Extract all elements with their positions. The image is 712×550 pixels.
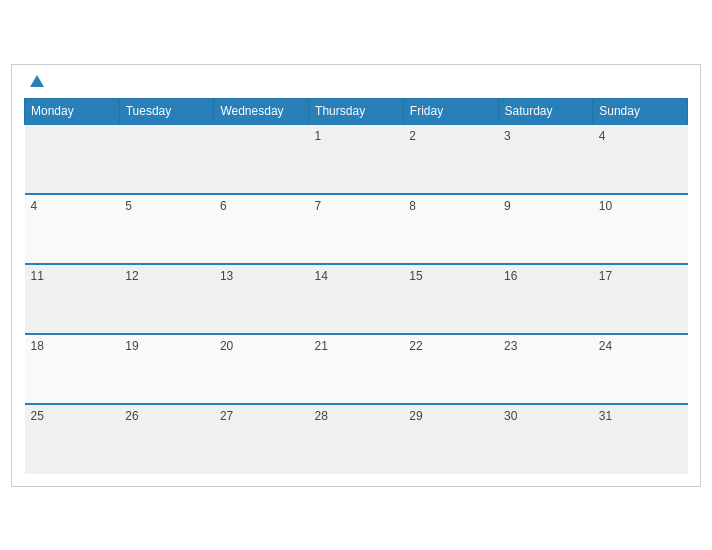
day-number: 11 bbox=[31, 269, 44, 283]
day-number: 29 bbox=[409, 409, 422, 423]
day-number: 4 bbox=[599, 129, 606, 143]
day-number: 2 bbox=[409, 129, 416, 143]
calendar-week-row: 45678910 bbox=[25, 194, 688, 264]
weekday-header-sunday: Sunday bbox=[593, 98, 688, 124]
calendar-week-row: 25262728293031 bbox=[25, 404, 688, 474]
day-number: 12 bbox=[125, 269, 138, 283]
calendar-day-cell: 18 bbox=[25, 334, 120, 404]
calendar-day-cell: 31 bbox=[593, 404, 688, 474]
calendar-day-cell bbox=[214, 124, 309, 194]
calendar-day-cell: 10 bbox=[593, 194, 688, 264]
day-number: 13 bbox=[220, 269, 233, 283]
calendar-day-cell: 28 bbox=[309, 404, 404, 474]
day-number: 21 bbox=[315, 339, 328, 353]
calendar-day-cell: 12 bbox=[119, 264, 214, 334]
calendar-day-cell: 3 bbox=[498, 124, 593, 194]
weekday-header-tuesday: Tuesday bbox=[119, 98, 214, 124]
calendar-week-row: 18192021222324 bbox=[25, 334, 688, 404]
calendar-day-cell: 6 bbox=[214, 194, 309, 264]
calendar-day-cell: 23 bbox=[498, 334, 593, 404]
calendar-day-cell: 27 bbox=[214, 404, 309, 474]
day-number: 1 bbox=[315, 129, 322, 143]
day-number: 19 bbox=[125, 339, 138, 353]
weekday-header-saturday: Saturday bbox=[498, 98, 593, 124]
calendar-day-cell: 29 bbox=[403, 404, 498, 474]
calendar-day-cell: 4 bbox=[25, 194, 120, 264]
day-number: 25 bbox=[31, 409, 44, 423]
calendar-day-cell: 11 bbox=[25, 264, 120, 334]
day-number: 26 bbox=[125, 409, 138, 423]
weekday-header-thursday: Thursday bbox=[309, 98, 404, 124]
calendar-weekday-header: MondayTuesdayWednesdayThursdayFridaySatu… bbox=[25, 98, 688, 124]
calendar-container: MondayTuesdayWednesdayThursdayFridaySatu… bbox=[11, 64, 701, 487]
calendar-day-cell: 15 bbox=[403, 264, 498, 334]
day-number: 9 bbox=[504, 199, 511, 213]
day-number: 8 bbox=[409, 199, 416, 213]
day-number: 18 bbox=[31, 339, 44, 353]
day-number: 3 bbox=[504, 129, 511, 143]
calendar-day-cell: 4 bbox=[593, 124, 688, 194]
calendar-day-cell bbox=[119, 124, 214, 194]
day-number: 31 bbox=[599, 409, 612, 423]
calendar-week-row: 1234 bbox=[25, 124, 688, 194]
calendar-day-cell: 16 bbox=[498, 264, 593, 334]
day-number: 30 bbox=[504, 409, 517, 423]
logo-blue-text bbox=[28, 75, 44, 88]
weekday-header-friday: Friday bbox=[403, 98, 498, 124]
weekday-header-wednesday: Wednesday bbox=[214, 98, 309, 124]
calendar-day-cell: 14 bbox=[309, 264, 404, 334]
calendar-day-cell: 30 bbox=[498, 404, 593, 474]
calendar-day-cell: 26 bbox=[119, 404, 214, 474]
calendar-week-row: 11121314151617 bbox=[25, 264, 688, 334]
logo bbox=[28, 75, 44, 88]
day-number: 7 bbox=[315, 199, 322, 213]
calendar-day-cell: 2 bbox=[403, 124, 498, 194]
calendar-day-cell: 1 bbox=[309, 124, 404, 194]
calendar-day-cell: 17 bbox=[593, 264, 688, 334]
calendar-day-cell: 20 bbox=[214, 334, 309, 404]
day-number: 24 bbox=[599, 339, 612, 353]
calendar-day-cell: 21 bbox=[309, 334, 404, 404]
day-number: 15 bbox=[409, 269, 422, 283]
calendar-grid: MondayTuesdayWednesdayThursdayFridaySatu… bbox=[24, 98, 688, 474]
day-number: 22 bbox=[409, 339, 422, 353]
calendar-day-cell: 19 bbox=[119, 334, 214, 404]
calendar-day-cell: 24 bbox=[593, 334, 688, 404]
day-number: 20 bbox=[220, 339, 233, 353]
day-number: 10 bbox=[599, 199, 612, 213]
day-number: 27 bbox=[220, 409, 233, 423]
calendar-day-cell: 9 bbox=[498, 194, 593, 264]
calendar-day-cell bbox=[25, 124, 120, 194]
day-number: 17 bbox=[599, 269, 612, 283]
calendar-day-cell: 13 bbox=[214, 264, 309, 334]
calendar-day-cell: 8 bbox=[403, 194, 498, 264]
day-number: 23 bbox=[504, 339, 517, 353]
weekday-row: MondayTuesdayWednesdayThursdayFridaySatu… bbox=[25, 98, 688, 124]
weekday-header-monday: Monday bbox=[25, 98, 120, 124]
calendar-body: 1234456789101112131415161718192021222324… bbox=[25, 124, 688, 474]
day-number: 5 bbox=[125, 199, 132, 213]
day-number: 28 bbox=[315, 409, 328, 423]
calendar-day-cell: 22 bbox=[403, 334, 498, 404]
day-number: 16 bbox=[504, 269, 517, 283]
calendar-day-cell: 5 bbox=[119, 194, 214, 264]
logo-triangle-icon bbox=[30, 75, 44, 87]
calendar-day-cell: 25 bbox=[25, 404, 120, 474]
day-number: 6 bbox=[220, 199, 227, 213]
day-number: 4 bbox=[31, 199, 38, 213]
calendar-header bbox=[24, 75, 688, 88]
day-number: 14 bbox=[315, 269, 328, 283]
calendar-day-cell: 7 bbox=[309, 194, 404, 264]
